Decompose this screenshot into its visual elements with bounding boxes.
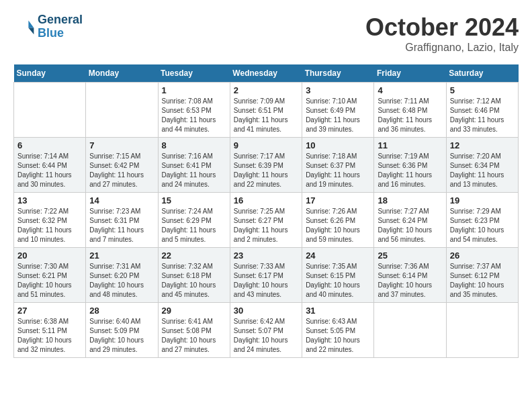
logo: General Blue [13, 13, 83, 40]
logo-text: General Blue [38, 13, 83, 40]
day-cell: 31Sunrise: 6:43 AM Sunset: 5:05 PM Dayli… [302, 303, 374, 358]
day-cell: 18Sunrise: 7:27 AM Sunset: 6:24 PM Dayli… [374, 193, 446, 248]
col-header-saturday: Saturday [446, 64, 518, 83]
month-title: October 2024 [365, 13, 519, 42]
day-number: 20 [17, 250, 82, 261]
page-header: General Blue October 2024 Graffignano, L… [13, 13, 519, 54]
day-info: Sunrise: 6:38 AM Sunset: 5:11 PM Dayligh… [17, 317, 82, 355]
day-number: 19 [450, 195, 515, 205]
day-info: Sunrise: 7:32 AM Sunset: 6:18 PM Dayligh… [162, 262, 226, 300]
day-cell: 17Sunrise: 7:26 AM Sunset: 6:26 PM Dayli… [302, 193, 374, 248]
day-cell: 20Sunrise: 7:30 AM Sunset: 6:21 PM Dayli… [14, 248, 86, 303]
day-info: Sunrise: 7:29 AM Sunset: 6:23 PM Dayligh… [450, 207, 515, 244]
day-number: 21 [89, 250, 154, 261]
day-number: 13 [17, 195, 82, 205]
day-cell: 5Sunrise: 7:12 AM Sunset: 6:46 PM Daylig… [446, 83, 518, 138]
day-number: 18 [378, 195, 442, 205]
day-info: Sunrise: 7:33 AM Sunset: 6:17 PM Dayligh… [234, 262, 298, 300]
week-row-4: 20Sunrise: 7:30 AM Sunset: 6:21 PM Dayli… [14, 248, 519, 303]
day-info: Sunrise: 6:40 AM Sunset: 5:09 PM Dayligh… [89, 317, 154, 355]
col-header-sunday: Sunday [14, 64, 86, 83]
day-cell: 29Sunrise: 6:41 AM Sunset: 5:08 PM Dayli… [158, 303, 230, 358]
day-info: Sunrise: 7:26 AM Sunset: 6:26 PM Dayligh… [306, 207, 370, 244]
day-number: 24 [306, 250, 370, 261]
day-cell: 21Sunrise: 7:31 AM Sunset: 6:20 PM Dayli… [86, 248, 158, 303]
day-cell: 27Sunrise: 6:38 AM Sunset: 5:11 PM Dayli… [14, 303, 86, 358]
day-info: Sunrise: 7:17 AM Sunset: 6:39 PM Dayligh… [234, 152, 298, 189]
day-info: Sunrise: 7:37 AM Sunset: 6:12 PM Dayligh… [450, 262, 515, 300]
day-number: 31 [306, 306, 370, 316]
day-number: 30 [234, 306, 298, 316]
day-cell: 10Sunrise: 7:18 AM Sunset: 6:37 PM Dayli… [302, 138, 374, 193]
day-cell: 23Sunrise: 7:33 AM Sunset: 6:17 PM Dayli… [230, 248, 302, 303]
day-cell: 24Sunrise: 7:35 AM Sunset: 6:15 PM Dayli… [302, 248, 374, 303]
day-number: 16 [234, 195, 298, 205]
day-cell [446, 303, 518, 358]
col-header-monday: Monday [86, 64, 158, 83]
day-cell: 3Sunrise: 7:10 AM Sunset: 6:49 PM Daylig… [302, 83, 374, 138]
day-number: 14 [89, 195, 154, 205]
day-info: Sunrise: 7:15 AM Sunset: 6:42 PM Dayligh… [89, 152, 154, 189]
day-cell: 12Sunrise: 7:20 AM Sunset: 6:34 PM Dayli… [446, 138, 518, 193]
day-info: Sunrise: 6:43 AM Sunset: 5:05 PM Dayligh… [306, 317, 370, 355]
day-number: 4 [378, 85, 442, 95]
day-number: 9 [234, 140, 298, 150]
calendar-table: SundayMondayTuesdayWednesdayThursdayFrid… [13, 64, 519, 358]
location: Graffignano, Lazio, Italy [365, 42, 519, 54]
day-info: Sunrise: 7:23 AM Sunset: 6:31 PM Dayligh… [89, 207, 154, 244]
day-cell: 6Sunrise: 7:14 AM Sunset: 6:44 PM Daylig… [14, 138, 86, 193]
week-row-2: 6Sunrise: 7:14 AM Sunset: 6:44 PM Daylig… [14, 138, 519, 193]
day-info: Sunrise: 7:14 AM Sunset: 6:44 PM Dayligh… [17, 152, 82, 189]
day-info: Sunrise: 7:20 AM Sunset: 6:34 PM Dayligh… [450, 152, 515, 189]
day-cell: 11Sunrise: 7:19 AM Sunset: 6:36 PM Dayli… [374, 138, 446, 193]
day-info: Sunrise: 7:12 AM Sunset: 6:46 PM Dayligh… [450, 97, 515, 134]
day-number: 5 [450, 85, 515, 95]
day-number: 8 [162, 140, 226, 150]
day-number: 12 [450, 140, 515, 150]
day-number: 22 [162, 250, 226, 261]
day-number: 29 [162, 306, 226, 316]
day-cell: 8Sunrise: 7:16 AM Sunset: 6:41 PM Daylig… [158, 138, 230, 193]
day-cell: 28Sunrise: 6:40 AM Sunset: 5:09 PM Dayli… [86, 303, 158, 358]
day-info: Sunrise: 7:36 AM Sunset: 6:14 PM Dayligh… [378, 262, 442, 300]
day-info: Sunrise: 7:16 AM Sunset: 6:41 PM Dayligh… [162, 152, 226, 189]
day-info: Sunrise: 7:30 AM Sunset: 6:21 PM Dayligh… [17, 262, 82, 300]
day-number: 23 [234, 250, 298, 261]
day-info: Sunrise: 7:09 AM Sunset: 6:51 PM Dayligh… [234, 97, 298, 134]
day-cell: 15Sunrise: 7:24 AM Sunset: 6:29 PM Dayli… [158, 193, 230, 248]
day-info: Sunrise: 7:31 AM Sunset: 6:20 PM Dayligh… [89, 262, 154, 300]
header-row: SundayMondayTuesdayWednesdayThursdayFrid… [14, 64, 519, 83]
week-row-5: 27Sunrise: 6:38 AM Sunset: 5:11 PM Dayli… [14, 303, 519, 358]
day-cell: 4Sunrise: 7:11 AM Sunset: 6:48 PM Daylig… [374, 83, 446, 138]
day-cell: 7Sunrise: 7:15 AM Sunset: 6:42 PM Daylig… [86, 138, 158, 193]
day-info: Sunrise: 7:22 AM Sunset: 6:32 PM Dayligh… [17, 207, 82, 244]
day-cell: 25Sunrise: 7:36 AM Sunset: 6:14 PM Dayli… [374, 248, 446, 303]
col-header-tuesday: Tuesday [158, 64, 230, 83]
day-number: 26 [450, 250, 515, 261]
day-info: Sunrise: 7:35 AM Sunset: 6:15 PM Dayligh… [306, 262, 370, 300]
day-info: Sunrise: 7:24 AM Sunset: 6:29 PM Dayligh… [162, 207, 226, 244]
title-block: October 2024 Graffignano, Lazio, Italy [365, 13, 519, 54]
week-row-1: 1Sunrise: 7:08 AM Sunset: 6:53 PM Daylig… [14, 83, 519, 138]
day-info: Sunrise: 7:19 AM Sunset: 6:36 PM Dayligh… [378, 152, 442, 189]
day-cell: 19Sunrise: 7:29 AM Sunset: 6:23 PM Dayli… [446, 193, 518, 248]
col-header-wednesday: Wednesday [230, 64, 302, 83]
col-header-thursday: Thursday [302, 64, 374, 83]
day-info: Sunrise: 7:27 AM Sunset: 6:24 PM Dayligh… [378, 207, 442, 244]
day-cell [14, 83, 86, 138]
day-number: 25 [378, 250, 442, 261]
day-cell: 26Sunrise: 7:37 AM Sunset: 6:12 PM Dayli… [446, 248, 518, 303]
day-cell: 9Sunrise: 7:17 AM Sunset: 6:39 PM Daylig… [230, 138, 302, 193]
day-cell: 1Sunrise: 7:08 AM Sunset: 6:53 PM Daylig… [158, 83, 230, 138]
day-cell: 14Sunrise: 7:23 AM Sunset: 6:31 PM Dayli… [86, 193, 158, 248]
day-info: Sunrise: 6:42 AM Sunset: 5:07 PM Dayligh… [234, 317, 298, 355]
day-number: 17 [306, 195, 370, 205]
day-number: 6 [17, 140, 82, 150]
day-info: Sunrise: 7:08 AM Sunset: 6:53 PM Dayligh… [162, 97, 226, 134]
logo-icon [13, 16, 35, 38]
day-info: Sunrise: 7:10 AM Sunset: 6:49 PM Dayligh… [306, 97, 370, 134]
day-cell: 2Sunrise: 7:09 AM Sunset: 6:51 PM Daylig… [230, 83, 302, 138]
day-number: 28 [89, 306, 154, 316]
day-number: 3 [306, 85, 370, 95]
day-number: 27 [17, 306, 82, 316]
